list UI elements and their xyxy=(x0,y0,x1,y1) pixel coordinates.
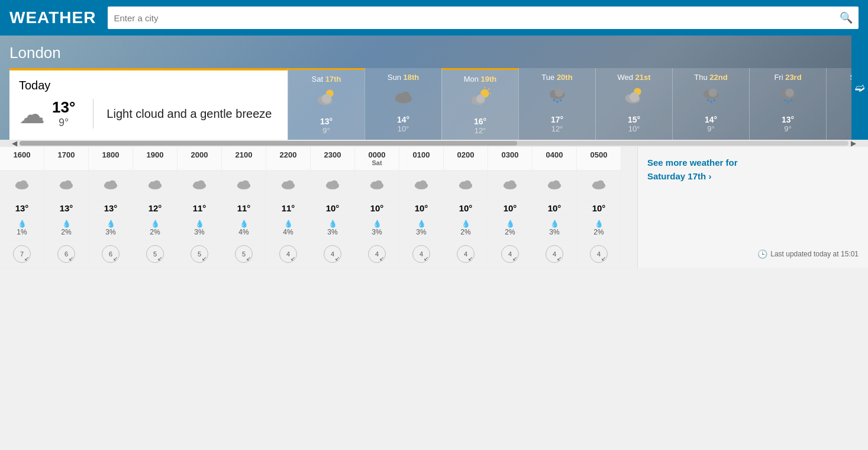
city-banner: London Today ☁ 13° 9° Light cloud and a … xyxy=(0,36,868,140)
hourly-time-cell: 0500 xyxy=(577,147,621,170)
hourly-wind-cell: 4↙ xyxy=(488,240,533,268)
svg-point-51 xyxy=(153,180,161,188)
rain-percent: 3% xyxy=(91,228,130,236)
forecast-next-arrow[interactable]: ➫ xyxy=(851,36,868,140)
hourly-temp-cell: 12° xyxy=(133,201,178,216)
day-temp-high: 13° xyxy=(782,115,794,124)
svg-point-28 xyxy=(710,101,712,103)
forecast-strip: Today ☁ 13° 9° Light cloud and a gentle … xyxy=(9,68,859,140)
hourly-rain-cell: 💧3% xyxy=(399,216,444,240)
rain-percent: 2% xyxy=(446,228,485,236)
day-card-temps: 13° 9° xyxy=(782,115,794,133)
day-temp-high: 15° xyxy=(628,115,640,124)
see-more-link[interactable]: See more weather for Saturday 17th › xyxy=(647,158,738,181)
rain-drops-icon: 💧 xyxy=(91,220,130,228)
today-temp-high: 13° xyxy=(52,98,75,117)
day-weather-icon xyxy=(547,85,568,111)
main-content: 160017001800190020002100220023000000Sat0… xyxy=(0,147,868,268)
hourly-time-cell: 1800 xyxy=(89,147,133,170)
today-temps: 13° 9° xyxy=(52,98,75,129)
svg-point-78 xyxy=(553,180,560,188)
hourly-rain-cell: 💧2% xyxy=(577,216,621,240)
hourly-wind-cell: 5↙ xyxy=(133,240,178,268)
day-card-wed-21st[interactable]: Wed 21st 15° 10° xyxy=(595,68,672,140)
hourly-time-cell: 2100 xyxy=(222,147,266,170)
hourly-wind-cell: 4↙ xyxy=(577,240,621,268)
hourly-wind-cell: 4↙ xyxy=(266,240,311,268)
day-temp-high: 14° xyxy=(397,115,409,124)
hourly-temp-cell: 10° xyxy=(577,201,621,216)
wind-speed-circle: 5↙ xyxy=(191,245,208,263)
wind-speed-circle: 4↙ xyxy=(279,245,297,263)
day-card-sat-17th[interactable]: Sat 17th 13° 9° xyxy=(288,68,364,140)
day-card-mon-19th[interactable]: Mon 19th 16° 12° xyxy=(441,68,518,140)
svg-point-19 xyxy=(559,99,562,101)
hourly-icon-cell xyxy=(444,171,488,200)
day-temp-low: 9° xyxy=(320,126,333,135)
day-temp-low: 9° xyxy=(782,124,794,133)
day-card-thu-22nd[interactable]: Thu 22nd 14° 9° xyxy=(672,68,749,140)
day-card-temps: 15° 10° xyxy=(628,115,640,133)
day-weather-icon xyxy=(316,87,337,113)
sidebar: See more weather for Saturday 17th › 🕒 L… xyxy=(637,147,868,268)
svg-point-32 xyxy=(785,88,793,97)
today-temp-low: 9° xyxy=(59,117,69,129)
svg-point-48 xyxy=(109,180,117,188)
hourly-icon-cell xyxy=(577,171,621,200)
day-card-label: Sun 18th xyxy=(388,73,419,82)
hourly-temp-row: 13°13°13°12°11°11°11°10°10°10°10°10°10°1… xyxy=(0,201,637,216)
rain-percent: 3% xyxy=(402,228,441,236)
svg-point-16 xyxy=(554,88,563,97)
scroll-right-icon[interactable]: ▶ xyxy=(848,139,859,147)
svg-point-34 xyxy=(787,101,789,103)
day-card-temps: 17° 12° xyxy=(551,115,563,133)
day-temp-low: 12° xyxy=(551,124,563,133)
hourly-icon-cell xyxy=(44,171,89,200)
hourly-wind-cell: 5↙ xyxy=(222,240,266,268)
wind-speed-circle: 4↙ xyxy=(368,245,386,263)
svg-point-26 xyxy=(708,88,717,97)
svg-point-13 xyxy=(476,95,484,103)
day-card-temps: 16° 12° xyxy=(474,117,486,135)
svg-point-57 xyxy=(242,180,250,188)
hourly-icon-cell xyxy=(89,171,133,200)
rain-percent: 3% xyxy=(180,228,219,236)
svg-point-6 xyxy=(401,92,410,101)
hourly-temp-cell: 11° xyxy=(222,201,266,216)
hourly-rain-cell: 💧1% xyxy=(0,216,44,240)
svg-point-60 xyxy=(286,180,294,188)
hourly-time-row: 160017001800190020002100220023000000Sat0… xyxy=(0,147,637,171)
clock-icon: 🕒 xyxy=(757,249,767,259)
hourly-content: 160017001800190020002100220023000000Sat0… xyxy=(0,147,637,268)
wind-speed-circle: 4↙ xyxy=(501,245,519,263)
hourly-icon-cell xyxy=(488,171,533,200)
hourly-wind-row: 7↙6↙6↙5↙5↙5↙4↙4↙4↙4↙4↙4↙4↙4↙ xyxy=(0,240,637,268)
scroll-track[interactable] xyxy=(20,141,848,146)
search-bar: 🔍 xyxy=(108,7,859,29)
svg-point-75 xyxy=(508,180,516,188)
hourly-temp-cell: 11° xyxy=(266,201,311,216)
day-weather-icon xyxy=(701,85,722,111)
hourly-wind-cell: 4↙ xyxy=(311,240,355,268)
hourly-time-cell: 0400 xyxy=(533,147,577,170)
hourly-rain-cell: 💧4% xyxy=(222,216,266,240)
rain-drops-icon: 💧 xyxy=(579,220,618,228)
search-icon[interactable]: 🔍 xyxy=(840,11,853,24)
hourly-time-cell: 1700 xyxy=(44,147,89,170)
search-input[interactable] xyxy=(114,13,840,23)
day-card-fri-23rd[interactable]: Fri 23rd 13° 9° xyxy=(749,68,826,140)
hourly-icon-cell xyxy=(355,171,399,200)
day-card-sun-18th[interactable]: Sun 18th 14° 10° xyxy=(364,68,441,140)
scroll-left-icon[interactable]: ◀ xyxy=(9,139,20,147)
day-temp-high: 14° xyxy=(705,115,717,124)
day-card-temps: 13° 9° xyxy=(320,117,333,135)
day-temp-high: 17° xyxy=(551,115,563,124)
day-weather-icon xyxy=(470,87,491,113)
hourly-temp-cell: 10° xyxy=(533,201,577,216)
see-more-text: See more weather for xyxy=(647,158,738,168)
day-card-temps: 14° 9° xyxy=(705,115,717,133)
day-card-tue-20th[interactable]: Tue 20th 17° 12° xyxy=(518,68,595,140)
hourly-time-cell: 2000 xyxy=(178,147,222,170)
hourly-time-cell: 0300 xyxy=(488,147,533,170)
see-more-arrow-icon: › xyxy=(708,171,711,181)
